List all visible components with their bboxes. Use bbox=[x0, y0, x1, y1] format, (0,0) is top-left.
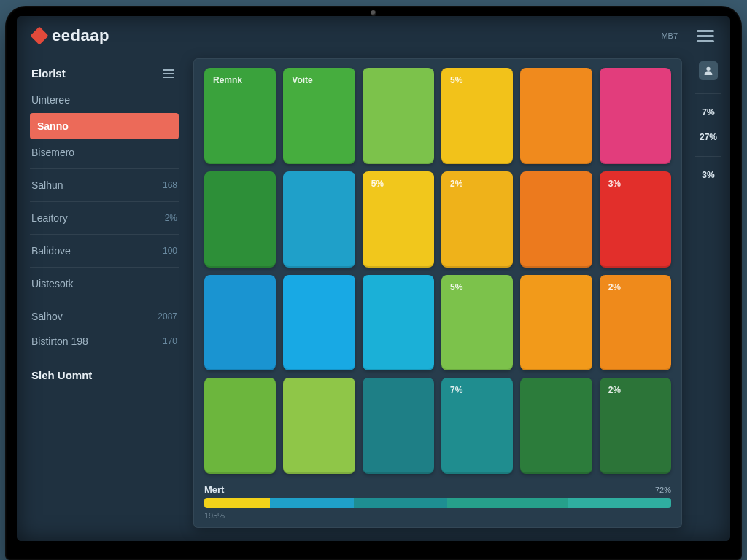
heat-tile[interactable] bbox=[283, 275, 355, 371]
tile-label: Voite bbox=[292, 75, 312, 85]
topbar-right: MB7 bbox=[642, 30, 714, 42]
sidebar: Elorlst Uinteree Sanno Bisemero bbox=[17, 55, 189, 541]
heat-tile[interactable] bbox=[520, 171, 592, 268]
progress-segment bbox=[568, 498, 671, 508]
content-area: Elorlst Uinteree Sanno Bisemero bbox=[17, 55, 730, 541]
heat-tile[interactable]: 3% bbox=[600, 171, 671, 268]
brand-logo-icon bbox=[30, 26, 48, 44]
heat-tile[interactable] bbox=[204, 171, 276, 268]
rightbar-stat: 7% bbox=[702, 107, 714, 119]
progress-section: Mert 72% 195% bbox=[204, 484, 671, 520]
brand[interactable]: eedaap bbox=[33, 26, 109, 45]
sidebar-footer-label: Sleh Uomnt bbox=[31, 369, 92, 381]
sidebar-footer[interactable]: Sleh Uomnt bbox=[30, 365, 179, 386]
heat-tile[interactable]: 5% bbox=[441, 68, 513, 164]
tile-label: Remnk bbox=[213, 75, 242, 85]
rightbar-divider bbox=[695, 156, 721, 157]
heat-tile[interactable]: 2% bbox=[600, 378, 671, 474]
sidebar-item-label: Salhov bbox=[31, 311, 63, 322]
rightbar-divider bbox=[695, 93, 721, 94]
rightbar-stat-value: 3% bbox=[702, 170, 714, 182]
monitor-frame: eedaap MB7 Elorlst Uinte bbox=[5, 6, 742, 560]
progress-header: Mert 72% bbox=[204, 484, 671, 495]
sidebar-item-label: Uistesotk bbox=[31, 278, 74, 289]
heat-tile[interactable] bbox=[204, 275, 276, 371]
sidebar-item-label: Salhun bbox=[31, 179, 63, 191]
heat-tile[interactable]: 2% bbox=[600, 275, 671, 371]
sidebar-item-leaitory[interactable]: Leaitory 2% bbox=[30, 206, 179, 230]
sidebar-item-label: Leaitory bbox=[31, 212, 68, 224]
progress-title: Mert bbox=[204, 484, 224, 495]
heatmap-panel: RemnkVoite5%5%2%3%5%2%7%2% Mert 72% 195% bbox=[193, 58, 682, 528]
tile-label: 2% bbox=[608, 282, 621, 292]
sidebar-item-value: 2087 bbox=[158, 311, 177, 322]
heat-tile[interactable] bbox=[283, 378, 355, 474]
heat-tile[interactable]: 7% bbox=[441, 378, 513, 474]
rightbar-stat: 3% bbox=[702, 170, 714, 182]
progress-segment bbox=[270, 498, 354, 508]
brand-name: eedaap bbox=[52, 26, 109, 45]
rightbar-stat-value: 7% bbox=[702, 107, 714, 119]
heat-tile[interactable] bbox=[520, 275, 592, 371]
progress-segment bbox=[204, 498, 270, 508]
sidebar-item-balidove[interactable]: Balidove 100 bbox=[30, 239, 179, 262]
sidebar-item-label: Bistirton 198 bbox=[31, 335, 88, 347]
tile-label: 5% bbox=[450, 282, 462, 292]
heat-tile[interactable]: Voite bbox=[283, 68, 355, 164]
sidebar-item-bistirton[interactable]: Bistirton 198 170 bbox=[30, 330, 179, 353]
rightbar: 7% 27% 3% bbox=[686, 55, 730, 541]
heat-tile[interactable] bbox=[520, 378, 592, 474]
tile-label: 2% bbox=[450, 179, 462, 189]
user-avatar-icon[interactable] bbox=[699, 61, 718, 80]
progress-bar bbox=[204, 498, 671, 508]
sidebar-collapse-icon[interactable] bbox=[163, 69, 174, 78]
tile-label: 7% bbox=[450, 385, 462, 395]
sidebar-item-value: 168 bbox=[163, 180, 177, 190]
topbar: eedaap MB7 bbox=[17, 16, 730, 55]
tile-label: 5% bbox=[371, 179, 384, 189]
sidebar-item-salhun[interactable]: Salhun 168 bbox=[30, 174, 179, 197]
progress-right-label: 72% bbox=[655, 486, 671, 494]
sidebar-divider bbox=[30, 300, 179, 300]
heat-tile[interactable] bbox=[363, 68, 434, 164]
heat-tile[interactable]: 2% bbox=[441, 171, 513, 268]
sidebar-divider bbox=[30, 168, 179, 169]
heat-tile[interactable] bbox=[204, 378, 276, 474]
progress-segment bbox=[354, 498, 447, 508]
heat-tile[interactable]: 5% bbox=[441, 275, 513, 371]
rightbar-stat-value: 27% bbox=[700, 132, 717, 144]
sidebar-divider bbox=[30, 234, 179, 235]
sidebar-item-value: 2% bbox=[165, 213, 177, 223]
sidebar-item-label: Uinteree bbox=[31, 94, 70, 106]
sidebar-item-bisemero[interactable]: Bisemero bbox=[30, 141, 179, 164]
heat-tile[interactable] bbox=[283, 171, 355, 268]
heat-tile[interactable]: 5% bbox=[363, 171, 434, 268]
tile-label: 2% bbox=[608, 385, 621, 395]
tile-label: 5% bbox=[450, 75, 462, 85]
rightbar-stat: 27% bbox=[700, 132, 717, 144]
heatmap-grid: RemnkVoite5%5%2%3%5%2%7%2% bbox=[204, 68, 671, 474]
sidebar-item-label: Balidove bbox=[31, 245, 71, 257]
heat-tile[interactable] bbox=[363, 378, 434, 474]
heat-tile[interactable] bbox=[520, 68, 592, 164]
progress-segment bbox=[447, 498, 568, 508]
sidebar-divider bbox=[30, 201, 179, 202]
sidebar-item-value: 100 bbox=[163, 246, 177, 256]
menu-icon[interactable] bbox=[697, 30, 714, 42]
sidebar-item-label: Bisemero bbox=[31, 147, 74, 158]
app-screen: eedaap MB7 Elorlst Uinte bbox=[17, 16, 730, 541]
sidebar-item-uistesotk[interactable]: Uistesotk bbox=[30, 272, 179, 295]
sidebar-item-label: Sanno bbox=[37, 120, 69, 132]
heat-tile[interactable] bbox=[600, 68, 671, 164]
sidebar-divider bbox=[30, 267, 179, 268]
heat-tile[interactable] bbox=[363, 275, 434, 371]
sidebar-item-uinteree[interactable]: Uinteree bbox=[30, 88, 179, 112]
sidebar-title: Elorlst bbox=[31, 67, 66, 79]
tile-label: 3% bbox=[608, 179, 621, 189]
sidebar-item-value: 170 bbox=[163, 336, 177, 346]
sidebar-item-salhov[interactable]: Salhov 2087 bbox=[30, 305, 179, 328]
topbar-status-value: MB7 bbox=[661, 31, 678, 40]
sidebar-item-sanno[interactable]: Sanno bbox=[30, 113, 179, 139]
sidebar-header: Elorlst bbox=[30, 61, 179, 87]
heat-tile[interactable]: Remnk bbox=[204, 68, 276, 164]
